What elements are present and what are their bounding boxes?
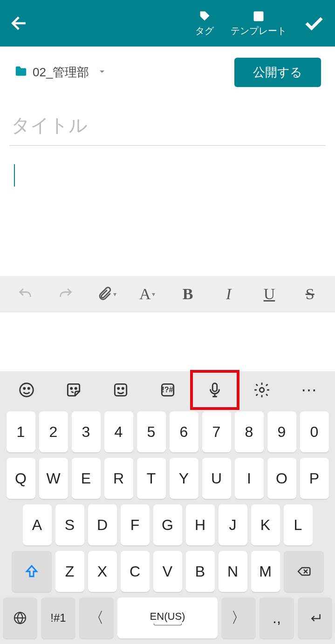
key-g[interactable]: G: [153, 504, 182, 545]
key-9[interactable]: 9: [267, 411, 296, 452]
font-a-icon: A: [139, 285, 151, 303]
key-4[interactable]: 4: [104, 411, 133, 452]
key-7[interactable]: 7: [202, 411, 231, 452]
key-m[interactable]: M: [251, 551, 280, 592]
key-d[interactable]: D: [88, 504, 117, 545]
tag-icon: [198, 10, 211, 23]
key-3[interactable]: 3: [72, 411, 101, 452]
keyboard-settings-button[interactable]: [241, 374, 283, 406]
backspace-icon: [296, 564, 311, 579]
title-input[interactable]: [9, 110, 326, 146]
template-button[interactable]: テンプレート: [222, 10, 295, 37]
key-symbols[interactable]: !#1: [41, 597, 75, 638]
microphone-icon: [206, 381, 224, 399]
space-bar-icon: [154, 624, 182, 625]
space-label: EN(US): [150, 610, 185, 623]
svg-point-6: [117, 388, 119, 389]
dots-icon: ⋯: [301, 381, 317, 399]
chevron-left-icon: 〈: [89, 608, 104, 628]
key-s[interactable]: S: [55, 504, 84, 545]
square-smile-icon: [112, 381, 130, 399]
folder-dropdown[interactable]: [97, 67, 107, 78]
confirm-button[interactable]: [301, 11, 326, 35]
note-body[interactable]: [0, 146, 335, 276]
paperclip-icon: [96, 286, 112, 302]
key-v[interactable]: V: [153, 551, 182, 592]
sticker-icon: [65, 381, 82, 399]
key-0[interactable]: 0: [300, 411, 329, 452]
more-button[interactable]: ⋯: [288, 374, 330, 406]
voice-input-button[interactable]: [194, 374, 236, 406]
folder-name[interactable]: 02_管理部: [33, 64, 89, 80]
attach-button[interactable]: ▾: [90, 280, 123, 308]
emoji-button[interactable]: [6, 374, 48, 406]
globe-icon: [13, 610, 27, 625]
key-space[interactable]: EN(US): [117, 597, 218, 638]
key-t[interactable]: T: [137, 458, 166, 499]
key-o[interactable]: O: [267, 458, 296, 499]
format-toolbar: ▾ A ▾ B I U S: [0, 276, 335, 312]
key-left[interactable]: 〈: [79, 597, 114, 638]
kaomoji-button[interactable]: [100, 374, 142, 406]
key-backspace[interactable]: [284, 551, 324, 592]
undo-button[interactable]: [9, 280, 41, 308]
underline-button[interactable]: U: [253, 280, 286, 308]
key-1[interactable]: 1: [7, 411, 35, 452]
redo-button[interactable]: [49, 280, 82, 308]
key-b[interactable]: B: [186, 551, 215, 592]
virtual-keyboard: !?# ⋯ 1 2 3 4 5 6 7 8 9 0 Q W E: [0, 371, 335, 644]
key-w[interactable]: W: [39, 458, 68, 499]
key-q[interactable]: Q: [7, 458, 35, 499]
key-h[interactable]: H: [186, 504, 215, 545]
key-n[interactable]: N: [219, 551, 247, 592]
key-y[interactable]: Y: [170, 458, 198, 499]
key-6[interactable]: 6: [170, 411, 198, 452]
svg-point-4: [75, 388, 76, 389]
key-language[interactable]: [3, 597, 37, 638]
key-right[interactable]: 〉: [221, 597, 256, 638]
key-enter[interactable]: [298, 597, 332, 638]
key-r[interactable]: R: [104, 458, 133, 499]
svg-point-10: [260, 388, 264, 392]
key-x[interactable]: X: [88, 551, 117, 592]
key-z[interactable]: Z: [55, 551, 84, 592]
check-icon: [301, 11, 326, 35]
svg-point-7: [122, 388, 123, 389]
key-u[interactable]: U: [202, 458, 231, 499]
key-j[interactable]: J: [219, 504, 247, 545]
symbols-button[interactable]: !?#: [147, 374, 189, 406]
key-l[interactable]: L: [284, 504, 313, 545]
key-e[interactable]: E: [72, 458, 101, 499]
key-8[interactable]: 8: [235, 411, 264, 452]
strike-icon: S: [306, 285, 314, 303]
key-row-a: A S D F G H J K L: [3, 504, 332, 545]
arrow-left-icon: [9, 13, 30, 34]
back-button[interactable]: [9, 13, 30, 34]
key-row-z: Z X C V B N M: [3, 551, 332, 592]
bold-button[interactable]: B: [171, 280, 204, 308]
key-k[interactable]: K: [251, 504, 280, 545]
redo-icon: [58, 286, 74, 302]
svg-rect-9: [212, 383, 217, 391]
key-p[interactable]: P: [300, 458, 329, 499]
key-i[interactable]: I: [235, 458, 264, 499]
svg-point-2: [28, 388, 29, 389]
tag-button[interactable]: タグ: [187, 10, 222, 37]
key-shift[interactable]: [12, 551, 52, 592]
text-cursor: [14, 164, 15, 187]
sticker-button[interactable]: [53, 374, 95, 406]
italic-button[interactable]: I: [212, 280, 245, 308]
chevron-down-icon: ▾: [113, 290, 116, 298]
key-punct[interactable]: .,: [260, 597, 294, 638]
folder-icon: [14, 65, 28, 80]
key-5[interactable]: 5: [137, 411, 166, 452]
key-2[interactable]: 2: [39, 411, 68, 452]
key-c[interactable]: C: [121, 551, 150, 592]
key-f[interactable]: F: [121, 504, 150, 545]
key-a[interactable]: A: [23, 504, 52, 545]
strike-button[interactable]: S: [294, 280, 326, 308]
font-button[interactable]: A ▾: [131, 280, 164, 308]
publish-button[interactable]: 公開する: [234, 58, 321, 87]
chevron-right-icon: 〉: [231, 608, 246, 628]
svg-point-3: [70, 388, 72, 389]
